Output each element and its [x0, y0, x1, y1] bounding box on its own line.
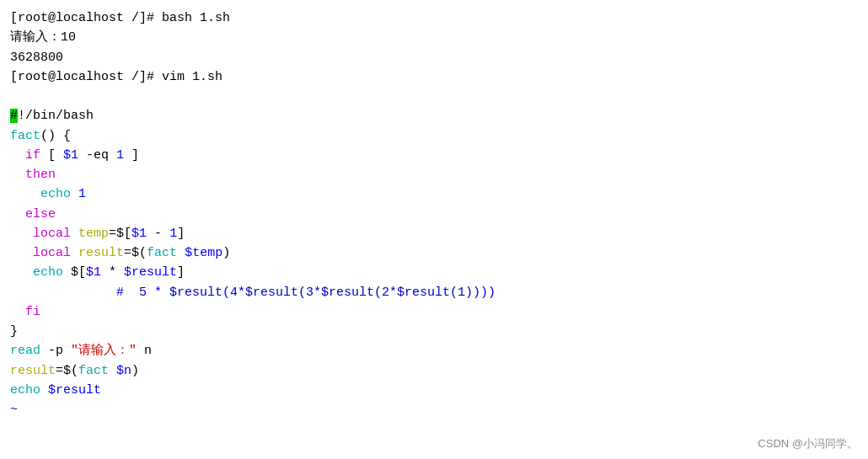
result-fact: fact: [78, 364, 109, 378]
ec-bracket2: ]: [177, 265, 185, 280]
lt-bracket2: ]: [177, 227, 185, 241]
fact-name: fact: [10, 129, 40, 143]
if-indent: [10, 148, 25, 163]
ec-space: [63, 265, 71, 280]
ec-var1: $1: [86, 265, 101, 280]
lr-close: ): [222, 246, 230, 260]
if-keyword: if: [25, 148, 40, 163]
read-var: n: [137, 344, 152, 358]
shebang-rest: !/bin/bash: [18, 109, 94, 123]
ec-echo: echo: [33, 265, 63, 280]
line-echo-result: echo $result: [10, 381, 858, 400]
line-local-result: local result=$(fact $temp): [10, 243, 858, 263]
lt-eq: =: [109, 227, 116, 241]
then-indent: [10, 168, 25, 182]
comment-text: # 5 * $result(4*$result(3*$result(2*$res…: [10, 286, 496, 300]
line-output1: 3628800: [10, 48, 858, 67]
er-space: [40, 383, 48, 398]
line-echo1: echo 1: [10, 184, 858, 204]
lr-varname: result: [78, 246, 124, 260]
lt-local: local: [33, 227, 71, 241]
line-cmd2: [root@localhost /]# vim 1.sh: [10, 67, 858, 87]
lr-fact: fact: [147, 246, 177, 260]
lr-space2: [177, 246, 185, 260]
watermark: CSDN @小冯同学。: [758, 435, 858, 452]
lr-eq: =: [124, 246, 131, 260]
echo1-val: 1: [78, 187, 86, 201]
lr-space: [71, 246, 78, 260]
line-cmd1: [root@localhost /]# bash 1.sh: [10, 8, 858, 28]
line-close-brace: }: [10, 322, 858, 341]
ec-bracket1: $[: [71, 265, 86, 280]
lr-local: local: [33, 246, 71, 260]
result-space: [109, 364, 116, 378]
ec-mul: *: [101, 265, 124, 280]
er-echo: echo: [10, 383, 40, 398]
result-varname: result: [10, 364, 56, 378]
result-n: $n: [116, 364, 131, 378]
if-val: 1: [116, 148, 124, 163]
fact-parens: () {: [40, 129, 71, 143]
line-fi: fi: [10, 302, 858, 322]
line-echo-calc: echo $[$1 * $result]: [10, 263, 858, 282]
line-local-temp: local temp=$[$1 - 1]: [10, 224, 858, 243]
line-fact-def: fact() {: [10, 126, 858, 146]
ec-indent: [10, 265, 33, 280]
echo1-cmd: echo: [40, 187, 71, 201]
lt-val: 1: [169, 227, 177, 241]
lr-indent: [10, 246, 33, 260]
lt-varname: temp: [78, 227, 109, 241]
read-string: "请输入：": [71, 344, 137, 358]
else-indent: [10, 207, 25, 221]
terminal-output: [root@localhost /]# bash 1.sh 请输入：10 362…: [10, 8, 858, 419]
read-flag: -p: [40, 344, 71, 358]
if-var: $1: [63, 148, 78, 163]
if-bracket2: ]: [124, 148, 139, 163]
lt-indent: [10, 227, 33, 241]
lt-var1: $1: [131, 227, 147, 241]
line-result: result=$(fact $n): [10, 361, 858, 381]
lr-temp: $temp: [185, 246, 222, 260]
lt-bracket1: $[: [116, 227, 131, 241]
if-bracket1: [: [40, 148, 63, 163]
echo1-indent: [10, 187, 40, 201]
echo1-space: [71, 187, 78, 201]
line-else: else: [10, 205, 858, 224]
line-tilde: ~: [10, 400, 858, 419]
lr-dollar-paren: $(: [131, 246, 147, 260]
lt-minus: -: [147, 227, 169, 241]
er-result: $result: [48, 383, 101, 398]
line-then: then: [10, 165, 858, 184]
line-blank1: [10, 87, 858, 106]
fi-keyword: fi: [25, 305, 40, 319]
read-cmd: read: [10, 344, 40, 358]
line-read: read -p "请输入：" n: [10, 341, 858, 360]
else-keyword: else: [25, 207, 56, 221]
lt-space: [71, 227, 78, 241]
result-close: ): [131, 364, 139, 378]
if-op: -eq: [78, 148, 116, 163]
fi-indent: [10, 305, 25, 319]
line-shebang: #!/bin/bash: [10, 106, 858, 125]
line-prompt1: 请输入：10: [10, 28, 858, 47]
result-eq: =: [56, 364, 63, 378]
then-keyword: then: [25, 168, 56, 182]
result-dollar-paren: $(: [63, 364, 78, 378]
line-comment: # 5 * $result(4*$result(3*$result(2*$res…: [10, 283, 858, 302]
line-if: if [ $1 -eq 1 ]: [10, 146, 858, 165]
ec-result: $result: [124, 265, 177, 280]
shebang-hash: #: [10, 109, 18, 123]
